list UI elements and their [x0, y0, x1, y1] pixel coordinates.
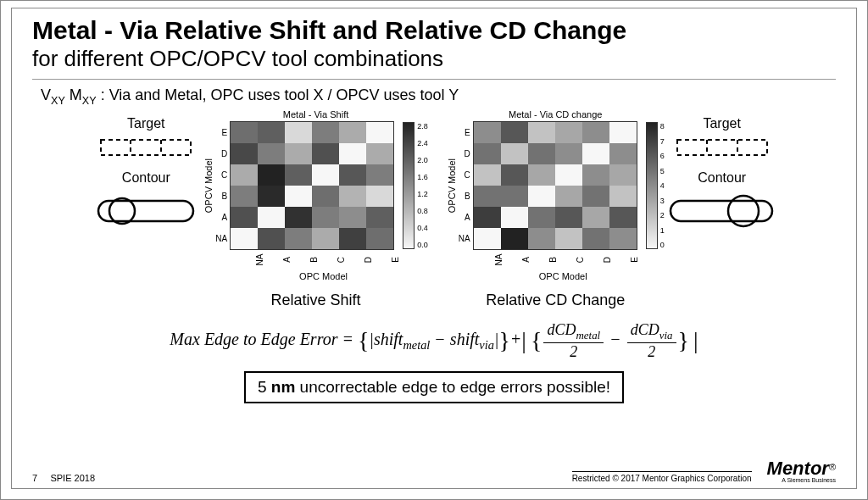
heatmap-cell	[258, 164, 285, 186]
caption-cd: Relative CD Change	[486, 292, 625, 309]
notation-line: VXY MXY : Via and Metal, OPC uses tool X…	[41, 86, 836, 107]
target-label: Target	[127, 116, 164, 131]
heatmap-cell	[528, 122, 555, 143]
heatmap-cell	[258, 207, 285, 228]
heatmap-cell	[474, 186, 501, 207]
heatmap-cell	[231, 143, 258, 164]
heatmap-cell	[528, 186, 555, 207]
heatmap-cell	[285, 122, 312, 143]
caption-shift: Relative Shift	[271, 292, 361, 309]
formula: Max Edge to Edge Error = {|shiftmetal − …	[32, 321, 836, 361]
target-label-right: Target	[703, 116, 740, 131]
contour-icon	[95, 189, 197, 226]
legend-left: Target Contour	[92, 109, 200, 226]
conference-name: SPIE 2018	[50, 473, 95, 483]
heatmap-cell	[285, 207, 312, 228]
heatmap-cd	[473, 121, 637, 250]
heatmap-cell	[312, 186, 339, 207]
heatmap-cell	[231, 164, 258, 186]
heatmap-cell	[231, 207, 258, 228]
heatmap-cell	[528, 207, 555, 228]
svg-rect-5	[677, 140, 767, 155]
heatmap-cell	[582, 186, 609, 207]
heatmap-cell	[609, 143, 637, 164]
footer: 7 SPIE 2018 Restricted © 2017 Mentor Gra…	[32, 458, 836, 483]
heatmap-cell	[285, 143, 312, 164]
heatmap-cell	[474, 143, 501, 164]
target-icon-right	[676, 135, 769, 160]
heatmap-cell	[501, 207, 528, 228]
chart-cd-title: Metal - Via CD change	[509, 109, 602, 119]
contour-icon-right	[667, 189, 777, 230]
heatmap-shift	[230, 121, 394, 250]
heatmap-cell	[501, 186, 528, 207]
heatmap-cell	[339, 186, 366, 207]
colorbar-shift-ticks: 2.82.42.01.61.20.80.40.0	[415, 122, 428, 249]
heatmap-cell	[312, 164, 339, 186]
heatmap-cell	[609, 186, 637, 207]
heatmap-cell	[582, 207, 609, 228]
heatmap-cell	[231, 122, 258, 143]
chart-cd-xticks: NAABCDE	[485, 255, 648, 264]
heatmap-cell	[312, 207, 339, 228]
page-title: Metal - Via Relative Shift and Relative …	[32, 17, 836, 44]
heatmap-cell	[366, 122, 393, 143]
restricted-line: Restricted © 2017 Mentor Graphics Corpor…	[572, 471, 752, 483]
divider	[32, 79, 836, 80]
page-number: 7	[32, 473, 37, 483]
heatmap-cell	[609, 122, 637, 143]
heatmap-cell	[366, 143, 393, 164]
heatmap-cell	[555, 122, 582, 143]
heatmap-cell	[366, 186, 393, 207]
heatmap-cell	[339, 122, 366, 143]
heatmap-cell	[501, 122, 528, 143]
svg-point-4	[109, 198, 135, 224]
heatmap-cell	[258, 186, 285, 207]
heatmap-cell	[258, 143, 285, 164]
heatmap-cell	[339, 164, 366, 186]
legend-right: Target Contour	[668, 109, 776, 230]
heatmap-cell	[285, 164, 312, 186]
charts-row: Target Contour Metal - Via Shift OPCV Mo…	[32, 109, 836, 309]
heatmap-cell	[312, 122, 339, 143]
chart-shift-title: Metal - Via Shift	[283, 109, 348, 119]
heatmap-cell	[366, 207, 393, 228]
chart-cd: Metal - Via CD change OPCV Model EDCBANA…	[447, 109, 665, 309]
heatmap-cell	[528, 164, 555, 186]
heatmap-cell	[474, 122, 501, 143]
chart-cd-ylabel: OPCV Model	[447, 158, 457, 213]
highlight-box: 5 nm uncorrectable edge to edge errors p…	[244, 371, 624, 403]
heatmap-cell	[555, 207, 582, 228]
svg-rect-0	[101, 140, 191, 155]
colorbar-cd	[646, 122, 658, 249]
colorbar-cd-ticks: 876543210	[658, 122, 665, 249]
colorbar-shift	[403, 122, 415, 249]
contour-label: Contour	[122, 170, 170, 186]
heatmap-cell	[231, 186, 258, 207]
target-icon	[99, 135, 192, 160]
heatmap-cell	[582, 164, 609, 186]
heatmap-cell	[339, 143, 366, 164]
heatmap-cell	[555, 164, 582, 186]
heatmap-cell	[582, 122, 609, 143]
heatmap-cell	[231, 228, 258, 249]
heatmap-cell	[528, 143, 555, 164]
chart-shift-xticks: NAABCDE	[246, 255, 409, 264]
heatmap-cell	[609, 207, 637, 228]
heatmap-cell	[501, 164, 528, 186]
chart-shift-ylabel: OPCV Model	[203, 158, 214, 213]
heatmap-cell	[474, 164, 501, 186]
heatmap-cell	[366, 164, 393, 186]
heatmap-cell	[474, 207, 501, 228]
chart-shift: Metal - Via Shift OPCV Model EDCBANA 2.8…	[203, 109, 427, 309]
heatmap-cell	[609, 164, 637, 186]
heatmap-cell	[312, 143, 339, 164]
heatmap-cell	[285, 186, 312, 207]
chart-shift-yticks: EDCBANA	[215, 122, 230, 249]
mentor-logo: Mentor® A Siemens Business	[767, 458, 836, 483]
contour-label-right: Contour	[698, 170, 746, 186]
heatmap-cell	[339, 207, 366, 228]
chart-cd-yticks: EDCBANA	[459, 122, 473, 249]
page-subtitle: for different OPC/OPCV tool combinations	[32, 46, 836, 72]
heatmap-cell	[582, 143, 609, 164]
